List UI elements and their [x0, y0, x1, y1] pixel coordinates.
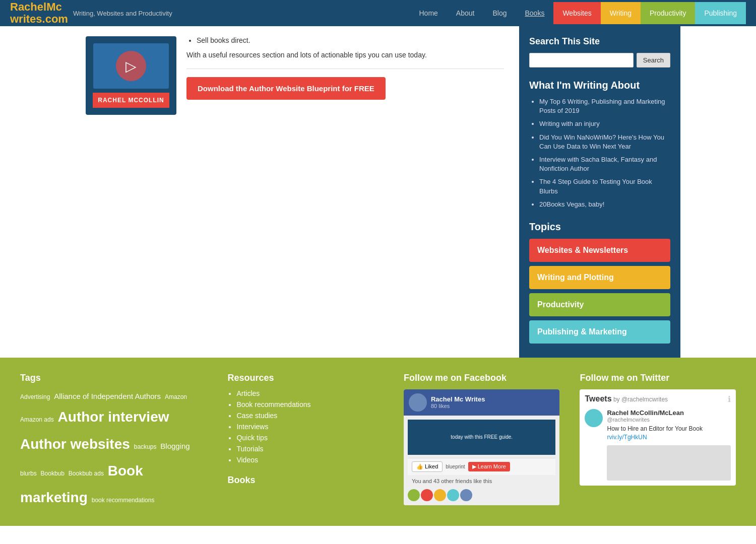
- tw-avatar: [585, 409, 603, 427]
- resource-link-case-studies[interactable]: Case studies: [236, 412, 277, 420]
- site-header: RachelMc writes.com Writing, Websites an…: [0, 0, 756, 26]
- tag-amazon-ads[interactable]: Amazon ads: [20, 416, 54, 423]
- fb-page-name: Rachel Mc Writes: [431, 395, 485, 403]
- friend-avatar-5: [460, 489, 472, 501]
- search-input[interactable]: [529, 53, 634, 67]
- writing-link-4[interactable]: Interview with Sacha Black, Fantasy and …: [539, 156, 657, 172]
- resource-books[interactable]: Book recommendations: [236, 400, 384, 409]
- hero-text: Sell books direct. With a useful resourc…: [186, 36, 504, 100]
- search-box: Search: [529, 53, 670, 67]
- page-wrapper: RACHEL MCCOLLIN Sell books direct. With …: [76, 26, 680, 358]
- writing-list-item[interactable]: 20Books Vegas, baby!: [539, 200, 670, 209]
- writing-list: My Top 6 Writing, Publishing and Marketi…: [529, 97, 670, 209]
- tags-section: Tags Advertising Alliance of Independent…: [20, 373, 207, 511]
- resource-link-books[interactable]: Book recommendations: [236, 400, 310, 409]
- fb-avatar: [409, 393, 427, 412]
- nav-about[interactable]: About: [447, 2, 484, 24]
- tag-author-websites[interactable]: Author websites: [20, 436, 130, 452]
- hero-thumbnail: [93, 43, 169, 89]
- writing-link-6[interactable]: 20Books Vegas, baby!: [539, 200, 604, 208]
- tag-bookbub[interactable]: Bookbub: [41, 470, 65, 477]
- nav-productivity[interactable]: Productivity: [641, 2, 695, 24]
- fb-like-button[interactable]: 👍 Liked: [412, 461, 443, 472]
- search-title: Search This Site: [529, 36, 670, 47]
- nav-books[interactable]: Books: [516, 2, 553, 24]
- resource-case-studies[interactable]: Case studies: [236, 412, 384, 420]
- writing-list-item[interactable]: Did You Win NaNoWriMo? Here's How You Ca…: [539, 133, 670, 151]
- resources-list: Articles Book recommendations Case studi…: [227, 389, 384, 464]
- fb-blueprint-badge: blueprint: [446, 464, 465, 469]
- tag-alliance[interactable]: Alliance of Independent Authors: [54, 392, 161, 400]
- tag-blogging[interactable]: Blogging: [160, 442, 190, 450]
- nav-blog[interactable]: Blog: [483, 2, 516, 24]
- hero-list: Sell books direct.: [186, 36, 504, 44]
- writing-link-1[interactable]: My Top 6 Writing, Publishing and Marketi…: [539, 98, 665, 114]
- tag-blurbs[interactable]: blurbs: [20, 470, 37, 477]
- fb-header: Rachel Mc Writes 80 likes: [404, 389, 560, 416]
- facebook-section: Follow me on Facebook Rachel Mc Writes 8…: [404, 373, 560, 511]
- tag-bookbub-ads[interactable]: Bookbub ads: [69, 470, 104, 477]
- resource-articles[interactable]: Articles: [236, 389, 384, 397]
- resource-tutorials[interactable]: Tutorials: [236, 445, 384, 453]
- tw-image: [607, 445, 731, 481]
- logo-text: RachelMc writes.com: [10, 1, 68, 25]
- resource-link-interviews[interactable]: Interviews: [236, 423, 268, 431]
- tw-header: Tweets by @rachelmcwrites ℹ: [585, 394, 731, 404]
- writing-link-2[interactable]: Writing with an injury: [539, 120, 600, 127]
- writing-list-item[interactable]: My Top 6 Writing, Publishing and Marketi…: [539, 97, 670, 115]
- writing-link-3[interactable]: Did You Win NaNoWriMo? Here's How You Ca…: [539, 133, 664, 150]
- twitter-heading: Follow me on Twitter: [580, 373, 736, 383]
- tag-amazon[interactable]: Amazon: [165, 393, 187, 400]
- resource-videos[interactable]: Videos: [236, 456, 384, 464]
- fb-guide-text: today with this FREE guide.: [451, 434, 513, 440]
- nav-home[interactable]: Home: [410, 2, 447, 24]
- books-heading: Books: [227, 475, 384, 486]
- friend-avatar-3: [434, 489, 446, 501]
- resource-link-tutorials[interactable]: Tutorials: [236, 445, 263, 453]
- tw-tweet: Rachel McCollin/McLean @rachelmcwrites H…: [585, 409, 731, 481]
- nav-publishing[interactable]: Publishing: [695, 2, 746, 24]
- friend-avatar-4: [447, 489, 459, 501]
- resource-link-articles[interactable]: Articles: [236, 389, 260, 397]
- hero-list-item: Sell books direct.: [197, 36, 504, 44]
- topic-writing-button[interactable]: Writing and Plotting: [529, 266, 670, 289]
- fb-actions: 👍 Liked blueprint ▶ Learn More: [408, 458, 556, 475]
- resource-link-quick-tips[interactable]: Quick tips: [236, 434, 267, 442]
- what-writing-title: What I'm Writing About: [529, 80, 670, 91]
- fb-likes: 80 likes: [431, 403, 485, 409]
- tag-book-recommendations[interactable]: book recommendations: [92, 497, 155, 504]
- download-button[interactable]: Download the Author Website Blueprint fo…: [186, 77, 386, 100]
- twitter-link[interactable]: rviv.ly/TgHkUN: [607, 434, 647, 441]
- resources-heading: Resources: [227, 373, 384, 383]
- topic-websites-button[interactable]: Websites & Newsletters: [529, 239, 670, 262]
- main-nav: Home About Blog Books Websites Writing P…: [410, 2, 746, 24]
- resources-section: Resources Articles Book recommendations …: [227, 373, 384, 511]
- topic-productivity-button[interactable]: Productivity: [529, 293, 670, 316]
- search-button[interactable]: Search: [637, 53, 670, 67]
- facebook-heading: Follow me on Facebook: [404, 373, 560, 383]
- site-logo[interactable]: RachelMc writes.com Writing, Websites an…: [10, 1, 172, 25]
- resource-interviews[interactable]: Interviews: [236, 423, 384, 431]
- writing-list-item[interactable]: The 4 Step Guide to Testing Your Book Bl…: [539, 177, 670, 195]
- tw-info-icon[interactable]: ℹ: [728, 394, 731, 404]
- topics-title: Topics: [529, 221, 670, 233]
- site-tagline: Writing, Websites and Productivity: [73, 10, 172, 17]
- resource-quick-tips[interactable]: Quick tips: [236, 434, 384, 442]
- nav-writing[interactable]: Writing: [601, 2, 641, 24]
- tw-name: Rachel McCollin/McLean: [607, 409, 731, 417]
- writing-list-item[interactable]: Interview with Sacha Black, Fantasy and …: [539, 155, 670, 173]
- resource-link-videos[interactable]: Videos: [236, 456, 258, 464]
- fb-learn-button[interactable]: ▶ Learn More: [468, 462, 510, 471]
- tag-advertising[interactable]: Advertising: [20, 393, 50, 400]
- hero-image-block: RACHEL MCCOLLIN: [86, 36, 176, 115]
- tw-by: by @rachelmcwrites: [613, 396, 668, 403]
- tw-content: Rachel McCollin/McLean @rachelmcwrites H…: [607, 409, 731, 481]
- tag-author-interview[interactable]: Author interview: [58, 409, 169, 425]
- topic-publishing-button[interactable]: Publishing & Marketing: [529, 320, 670, 344]
- writing-link-5[interactable]: The 4 Step Guide to Testing Your Book Bl…: [539, 178, 652, 194]
- hero-paragraph: With a useful resources section and lots…: [186, 49, 504, 60]
- friend-avatar-2: [421, 489, 433, 501]
- tag-backups[interactable]: backups: [134, 443, 157, 450]
- writing-list-item[interactable]: Writing with an injury: [539, 119, 670, 128]
- nav-websites[interactable]: Websites: [553, 2, 600, 24]
